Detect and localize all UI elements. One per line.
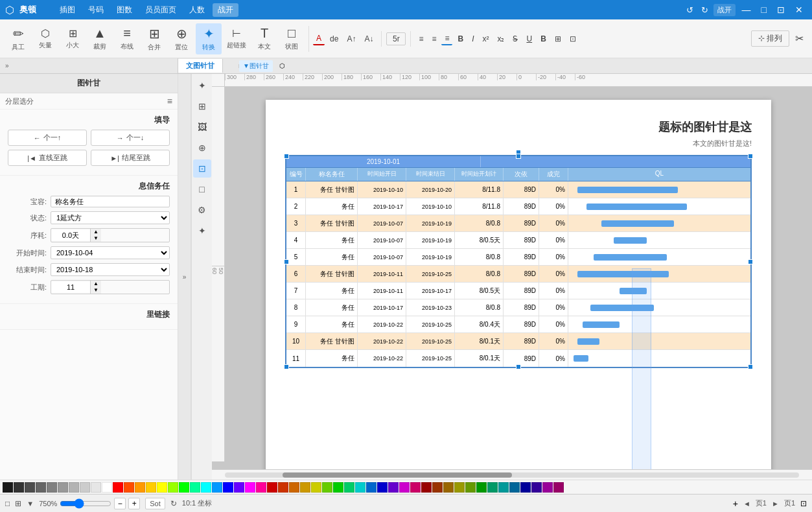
font-bold[interactable]: B bbox=[454, 33, 467, 45]
color-swatch[interactable] bbox=[102, 482, 112, 493]
color-swatch[interactable] bbox=[520, 482, 531, 493]
table-row[interactable]: 2 务任 2019-10-17 2019-10-10 8/11.8 89D 0% bbox=[286, 198, 750, 215]
icon-grid[interactable]: ⊞ bbox=[193, 97, 211, 115]
page-next[interactable]: ► bbox=[772, 500, 779, 507]
color-swatch[interactable] bbox=[421, 482, 432, 493]
undo-btn[interactable]: ↺ bbox=[684, 4, 696, 16]
panel-collapse-btn[interactable]: » bbox=[5, 62, 9, 69]
color-swatch[interactable] bbox=[69, 482, 79, 493]
color-swatch[interactable] bbox=[289, 482, 299, 493]
color-swatch[interactable] bbox=[146, 482, 156, 493]
handle-mr[interactable] bbox=[748, 259, 753, 264]
tool-link[interactable]: ⊢ 超链接 bbox=[223, 25, 250, 52]
color-swatch[interactable] bbox=[399, 482, 410, 493]
color-swatch[interactable] bbox=[212, 482, 222, 493]
tab-extra[interactable] bbox=[223, 64, 239, 68]
color-swatch[interactable] bbox=[80, 482, 90, 493]
tab-right-1[interactable]: ▼图针甘 bbox=[239, 60, 273, 72]
table-row[interactable]: 4 务任 2019-10-07 2019-10-19 8/0.5天 89D 0% bbox=[286, 232, 750, 249]
add-page-btn[interactable]: + bbox=[733, 498, 738, 509]
icon-settings[interactable]: ⚙ bbox=[193, 201, 211, 219]
effort-input[interactable] bbox=[51, 230, 90, 240]
status-select[interactable]: 1延式方 bbox=[51, 211, 170, 224]
color-swatch[interactable] bbox=[410, 482, 421, 493]
tool-vector[interactable]: ⬡ 矢量 bbox=[32, 25, 58, 52]
color-swatch[interactable] bbox=[47, 482, 57, 493]
tool-position[interactable]: ⊕ 置位 bbox=[168, 23, 194, 54]
tab-gantt[interactable]: 文图针甘 bbox=[178, 59, 223, 73]
nav-icon[interactable]: ≡ bbox=[167, 96, 172, 106]
handle-ml[interactable] bbox=[284, 259, 289, 264]
handle-tm[interactable] bbox=[516, 154, 521, 159]
color-swatch[interactable] bbox=[465, 482, 476, 493]
view-fullscreen-btn[interactable]: ⊞ bbox=[15, 499, 21, 508]
tool-draw[interactable]: ✏ 具工 bbox=[5, 23, 31, 54]
zoom-slider[interactable] bbox=[60, 498, 111, 509]
icon-star[interactable]: ✦ bbox=[193, 76, 211, 95]
font-bg-btn[interactable]: de bbox=[327, 33, 342, 45]
color-swatch[interactable] bbox=[14, 482, 24, 493]
menu-item-3[interactable]: 图数 bbox=[111, 3, 137, 17]
tool-crop[interactable]: ▲ 裁剪 bbox=[87, 23, 113, 54]
handle-br[interactable] bbox=[748, 364, 753, 369]
win-minimize[interactable]: — bbox=[738, 3, 755, 16]
tool-text[interactable]: T 本文 bbox=[251, 23, 277, 54]
color-swatch[interactable] bbox=[25, 482, 35, 493]
duration-input[interactable] bbox=[51, 282, 90, 292]
align-center[interactable]: ≡ bbox=[428, 33, 439, 45]
view-mode-btn[interactable]: ⊡ bbox=[800, 499, 807, 508]
color-swatch[interactable] bbox=[487, 482, 498, 493]
color-swatch[interactable] bbox=[432, 482, 443, 493]
rotate-btn[interactable]: ↻ bbox=[170, 499, 177, 508]
icon-image[interactable]: 🖼 bbox=[193, 118, 211, 136]
color-swatch[interactable] bbox=[300, 482, 310, 493]
font-underline[interactable]: U bbox=[523, 33, 535, 45]
page-prev[interactable]: ◄ bbox=[743, 500, 750, 507]
color-swatch[interactable] bbox=[124, 482, 134, 493]
effort-down[interactable]: ▼ bbox=[90, 235, 101, 242]
tool-merge[interactable]: ⊞ 合并 bbox=[141, 23, 167, 54]
color-swatch[interactable] bbox=[333, 482, 343, 493]
color-swatch[interactable] bbox=[311, 482, 321, 493]
color-swatch[interactable] bbox=[443, 482, 454, 493]
font-superscript[interactable]: x² bbox=[479, 33, 492, 45]
color-swatch[interactable] bbox=[58, 482, 68, 493]
tool-transform[interactable]: ✦ 转换 bbox=[196, 23, 222, 54]
last-btn[interactable]: ►| 结尾至跳 bbox=[91, 150, 170, 166]
color-swatch[interactable] bbox=[190, 482, 200, 493]
panel-collapse[interactable]: » bbox=[178, 74, 191, 480]
color-swatch[interactable] bbox=[113, 482, 123, 493]
dur-up[interactable]: ▲ bbox=[90, 281, 101, 287]
font-strikethrough[interactable]: S̶ bbox=[509, 33, 521, 45]
first-btn[interactable]: |◄ 直线至跳 bbox=[8, 150, 87, 166]
icon-layers[interactable]: ⊕ bbox=[193, 139, 211, 157]
view-fit-btn[interactable]: □ bbox=[5, 499, 10, 508]
zoom-out-btn[interactable]: − bbox=[114, 498, 126, 509]
icon-doc[interactable]: □ bbox=[193, 180, 211, 198]
font-input[interactable]: 5r bbox=[386, 32, 406, 45]
dur-down[interactable]: ▼ bbox=[90, 287, 101, 294]
color-swatch[interactable] bbox=[256, 482, 266, 493]
color-swatch[interactable] bbox=[476, 482, 487, 493]
tool-size[interactable]: ⊞ 小大 bbox=[60, 25, 86, 52]
table-row[interactable]: 9 务任 2019-10-22 2019-10-25 8/0.4天 89D 0% bbox=[286, 316, 750, 333]
name-input[interactable] bbox=[51, 196, 170, 207]
menu-item-4[interactable]: 员员面页 bbox=[140, 3, 181, 17]
font-frame[interactable]: ⊡ bbox=[566, 33, 579, 45]
start-date-select[interactable]: 2019-10-04 bbox=[51, 246, 170, 259]
color-swatch[interactable] bbox=[201, 482, 211, 493]
color-swatch[interactable] bbox=[168, 482, 178, 493]
color-swatch[interactable] bbox=[388, 482, 399, 493]
end-date-select[interactable]: 2019-10-18 bbox=[51, 263, 170, 276]
color-swatch[interactable] bbox=[531, 482, 542, 493]
next-btn[interactable]: → 个一↓ bbox=[91, 130, 170, 146]
zoom-in-btn[interactable]: + bbox=[128, 498, 140, 509]
table-row[interactable]: 5 务任 2019-10-07 2019-10-19 8/0.8 89D 0% bbox=[286, 249, 750, 266]
effort-stepper[interactable]: ▲ ▼ bbox=[51, 228, 170, 242]
table-row[interactable]: 3 务任 甘针图 2019-10-07 2019-10-19 8/0.8 89D… bbox=[286, 215, 750, 232]
duration-stepper[interactable]: ▲ ▼ bbox=[51, 280, 170, 294]
h-scroll-track[interactable] bbox=[225, 472, 799, 478]
h-scrollbar[interactable] bbox=[212, 469, 812, 480]
color-swatch[interactable] bbox=[377, 482, 388, 493]
color-swatch[interactable] bbox=[267, 482, 277, 493]
